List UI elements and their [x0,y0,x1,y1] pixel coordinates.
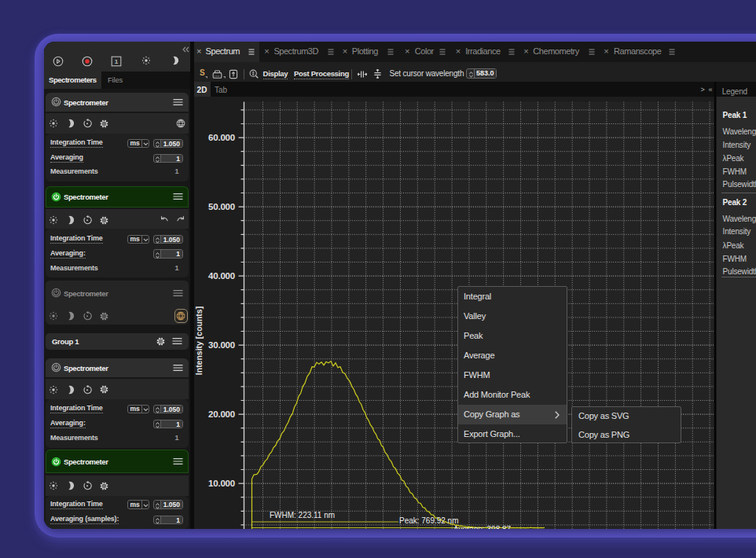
svg-text:Average: 398.87: Average: 398.87 [453,525,512,529]
svg-text:20.000: 20.000 [208,409,235,418]
svg-text:FWHM: 223.11 nm: FWHM: 223.11 nm [270,511,335,519]
svg-text:Peak: 769.92 nm: Peak: 769.92 nm [399,516,459,525]
svg-text:40.000: 40.000 [208,270,235,280]
svg-text:30.000: 30.000 [208,340,235,349]
svg-text:10.000: 10.000 [208,478,235,487]
svg-text:60.000: 60.000 [208,132,235,141]
svg-text:Intensity [counts]: Intensity [counts] [195,306,204,374]
svg-text:1: 1 [115,58,119,65]
svg-text:50.000: 50.000 [208,201,235,211]
